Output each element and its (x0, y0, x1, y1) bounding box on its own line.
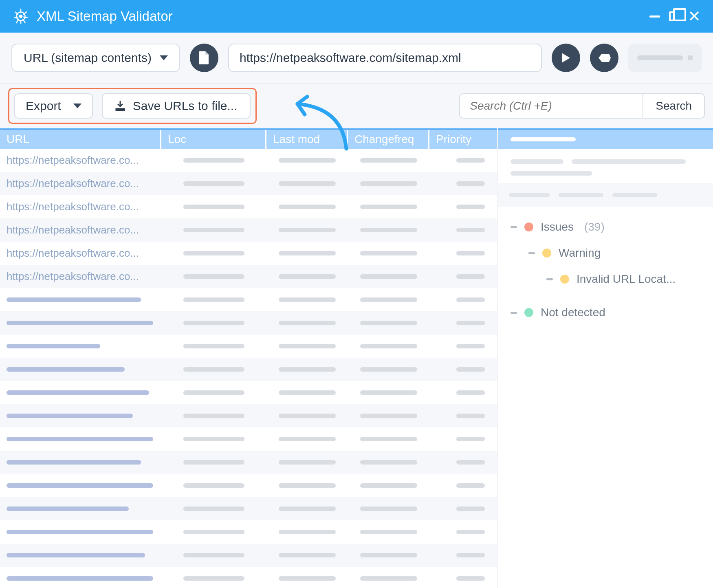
caret-down-icon (73, 104, 81, 108)
th-changefreq[interactable]: Changefreq (348, 130, 429, 149)
table-row[interactable]: https://netpeaksoftware.co... (0, 172, 497, 195)
table-row[interactable] (0, 358, 497, 381)
file-icon (199, 51, 209, 64)
maximize-button[interactable] (669, 11, 679, 21)
warning-label: Warning (559, 247, 601, 260)
url-cell: https://netpeaksoftware.co... (7, 270, 139, 283)
url-cell: https://netpeaksoftware.co... (7, 224, 139, 236)
collapse-icon (528, 252, 535, 254)
save-urls-button[interactable]: Save URLs to file... (102, 93, 251, 119)
search-input[interactable] (459, 93, 643, 119)
url-cell: https://netpeaksoftware.co... (7, 247, 139, 260)
close-button[interactable]: ✕ (688, 11, 701, 21)
sidebar-item-warning[interactable]: Warning (511, 240, 701, 266)
caret-down-icon (160, 55, 168, 60)
app-spider-icon (12, 8, 29, 25)
table-row[interactable]: https://netpeaksoftware.co... (0, 265, 497, 288)
url-cell: https://netpeaksoftware.co... (7, 177, 139, 190)
red-dot-icon (524, 222, 533, 231)
issues-count: (39) (584, 220, 605, 233)
table-header: URL Loc Last mod Changefreq Priority (0, 128, 497, 149)
export-label: Export (26, 99, 61, 113)
table-row[interactable]: https://netpeaksoftware.co... (0, 242, 497, 265)
table-row[interactable] (0, 497, 497, 520)
sidebar-item-not-detected[interactable]: Not detected (511, 300, 701, 326)
invalid-url-label: Invalid URL Locat... (577, 273, 676, 286)
svg-point-1 (19, 15, 23, 18)
run-button[interactable] (552, 44, 580, 72)
table-row[interactable] (0, 427, 497, 451)
ghost-button[interactable] (628, 44, 702, 72)
eraser-icon (598, 53, 611, 63)
not-detected-label: Not detected (541, 306, 605, 319)
save-urls-label: Save URLs to file... (133, 99, 238, 113)
th-priority[interactable]: Priority (429, 130, 497, 149)
url-cell: https://netpeaksoftware.co... (7, 200, 139, 213)
green-dot-icon (524, 308, 533, 317)
sub-toolbar: Export Save URLs to file... Search (0, 84, 713, 128)
table-row[interactable] (0, 451, 497, 474)
yellow-dot-icon (542, 249, 551, 258)
th-url[interactable]: URL (0, 130, 161, 149)
table-row[interactable] (0, 474, 497, 497)
play-icon (561, 52, 571, 64)
sidebar-item-invalid-url[interactable]: Invalid URL Locat... (511, 266, 701, 292)
minimize-button[interactable] (649, 15, 660, 18)
table-row[interactable]: https://netpeaksoftware.co... (0, 218, 497, 242)
collapse-icon (511, 226, 517, 228)
url-value: https://netpeaksoftware.com/sitemap.xml (240, 51, 461, 65)
sidebar: Issues (39) Warning Invalid URL Locat...… (497, 128, 713, 588)
sidebar-item-issues[interactable]: Issues (39) (511, 214, 701, 240)
collapse-icon (511, 312, 517, 314)
titlebar: XML Sitemap Validator ✕ (0, 0, 713, 33)
collapse-icon (546, 278, 553, 280)
table-row[interactable] (0, 381, 497, 404)
table-row[interactable]: https://netpeaksoftware.co... (0, 195, 497, 218)
app-title: XML Sitemap Validator (37, 9, 173, 24)
table-row[interactable] (0, 311, 497, 335)
url-input[interactable]: https://netpeaksoftware.com/sitemap.xml (228, 44, 542, 72)
sidebar-skeleton-block (498, 183, 713, 207)
url-cell: https://netpeaksoftware.co... (7, 154, 139, 167)
clear-button[interactable] (590, 44, 618, 72)
download-icon (115, 101, 125, 111)
table-row[interactable]: https://netpeaksoftware.co... (0, 149, 497, 172)
th-loc[interactable]: Loc (161, 130, 266, 149)
table-row[interactable] (0, 335, 497, 358)
table-row[interactable] (0, 404, 497, 427)
mode-dropdown-label: URL (sitemap contents) (24, 51, 152, 65)
mode-dropdown[interactable]: URL (sitemap contents) (11, 44, 180, 72)
yellow-dot-icon (560, 275, 569, 284)
table-row[interactable] (0, 520, 497, 544)
main-toolbar: URL (sitemap contents) https://netpeakso… (0, 33, 713, 84)
export-dropdown[interactable]: Export (14, 93, 93, 119)
table-row[interactable] (0, 567, 497, 588)
th-lastmod[interactable]: Last mod (266, 130, 348, 149)
issues-label: Issues (541, 220, 574, 233)
highlight-annotation: Export Save URLs to file... (8, 88, 257, 124)
file-button[interactable] (190, 44, 218, 72)
table-row[interactable] (0, 288, 497, 311)
sidebar-header (498, 128, 713, 149)
search-button[interactable]: Search (643, 93, 705, 119)
table-row[interactable] (0, 544, 497, 567)
results-table: URL Loc Last mod Changefreq Priority htt… (0, 128, 497, 588)
